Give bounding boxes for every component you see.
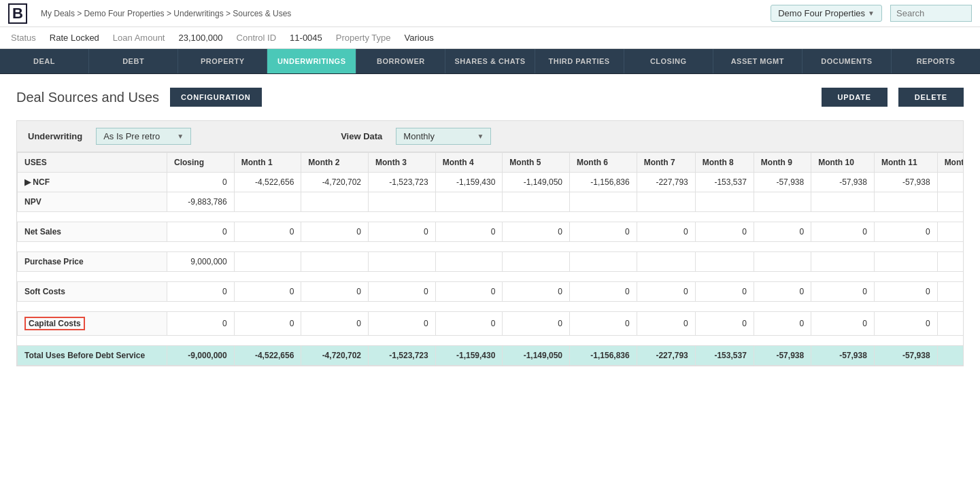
deal-selector-label: Demo Four Properties [778,8,865,18]
nav-tab-shares---chats[interactable]: SHARES & CHATS [445,49,535,73]
cell-value: 0 [695,222,754,242]
cell-value [435,192,503,212]
cell-value: 0 [234,282,301,302]
cell-value [754,252,811,272]
data-table-wrapper: USESClosingMonth 1Month 2Month 3Month 4M… [16,152,964,366]
cell-value: 0 [503,312,570,336]
nav-tab-borrower[interactable]: BORROWER [356,49,445,73]
underwriting-dropdown[interactable]: As Is Pre retro ▼ [96,128,191,145]
nav-tab-property[interactable]: PROPERTY [178,49,267,73]
cell-value: -1,159,430 [435,346,503,366]
month-header-11: Month 10 [811,153,875,173]
month-header-4: Month 3 [369,153,436,173]
uses-header: USES [18,153,167,173]
cell-value [503,192,570,212]
cell-value: 0 [937,222,964,242]
cell-value: -1,149,050 [503,173,570,192]
property-type-label: Property Type [336,33,391,43]
cell-value [874,192,937,212]
cell-value: -57,938 [754,346,811,366]
status-label: Status [11,33,36,43]
cell-value: -9,000,000 [167,346,235,366]
view-data-value: Monthly [403,131,435,141]
nav-tab-underwritings[interactable]: UNDERWRITINGS [267,49,356,73]
cell-value: -4,522,656 [234,173,301,192]
cell-value: -153,537 [695,346,754,366]
spacer-row [18,212,964,222]
cell-value: 9,000,000 [167,252,235,272]
spacer-row [18,242,964,252]
cell-value [637,252,695,272]
cell-value: -4,720,702 [301,346,369,366]
underwriting-value: As Is Pre retro [103,131,160,141]
cell-value [435,252,503,272]
cell-value: 0 [937,282,964,302]
table-row: Capital Costs000000000000000 [18,312,964,336]
header-actions: UPDATE DELETE [822,88,964,107]
configuration-button[interactable]: CONFIGURATION [170,88,261,107]
cell-value: -227,793 [637,346,695,366]
cell-value: -153,537 [695,173,754,192]
status-bar: Status Rate Locked Loan Amount 23,100,00… [0,27,980,49]
filter-row: Underwriting As Is Pre retro ▼ View Data… [16,120,964,152]
update-button[interactable]: UPDATE [822,88,888,107]
delete-button[interactable]: DELETE [898,88,964,107]
cell-value: 0 [234,222,301,242]
cell-value: 0 [435,282,503,302]
view-data-label: View Data [341,131,382,141]
top-bar: B My Deals > Demo Four Properties > Unde… [0,0,980,27]
nav-tab-documents[interactable]: DOCUMENTS [802,49,892,73]
cell-value: 0 [874,312,937,336]
cell-value: 0 [435,222,503,242]
month-header-5: Month 4 [435,153,503,173]
nav-tab-reports[interactable]: REPORTS [892,49,980,73]
cell-value [754,192,811,212]
cell-value: -1,156,836 [570,173,637,192]
cell-value: 0 [754,282,811,302]
cell-value: 0 [503,222,570,242]
month-header-1: Closing [167,153,235,173]
cell-value: -57,938 [874,173,937,192]
row-label: NPV [18,192,167,212]
loan-amount-value: 23,100,000 [178,33,222,43]
nav-tab-debt[interactable]: DEBT [89,49,178,73]
cell-value: 0 [301,282,369,302]
underwriting-filter-label: Underwriting [28,131,82,141]
cell-value: 0 [570,312,637,336]
nav-tab-closing[interactable]: CLOSING [624,49,713,73]
table-row: NPV-9,883,786 [18,192,964,212]
cell-value: 0 [369,312,436,336]
chevron-down-icon: ▼ [868,10,875,17]
cell-value [503,252,570,272]
spacer-row [18,336,964,346]
cell-value [695,192,754,212]
month-header-2: Month 1 [234,153,301,173]
view-data-dropdown[interactable]: Monthly ▼ [396,128,491,145]
cell-value: 0 [503,282,570,302]
cell-value: 0 [369,282,436,302]
cell-value [695,252,754,272]
cell-value [811,192,875,212]
nav-tab-asset-mgmt[interactable]: ASSET MGMT [713,49,802,73]
cell-value: 0 [637,222,695,242]
chevron-down-icon: ▼ [477,133,484,140]
search-input[interactable] [890,5,972,22]
cell-value: 0 [811,222,875,242]
deal-selector-dropdown[interactable]: Demo Four Properties ▼ [771,5,882,22]
table-row: Total Uses Before Debt Service-9,000,000… [18,346,964,366]
nav-tab-third-parties[interactable]: THIRD PARTIES [535,49,624,73]
cell-value: 0 [167,312,235,336]
row-label: ▶ NCF [18,173,167,192]
page-title: Deal Sources and Uses [16,90,159,105]
nav-tab-deal[interactable]: DEAL [0,49,89,73]
cell-value: -57,938 [811,173,875,192]
table-row: Net Sales000000000000000 [18,222,964,242]
cell-value: -1,149,050 [503,346,570,366]
spacer-row [18,302,964,312]
month-header-3: Month 2 [301,153,369,173]
total-label: Total Uses Before Debt Service [18,346,167,366]
cell-value [234,252,301,272]
cell-value [301,252,369,272]
table-row: ▶ NCF0-4,522,656-4,720,702-1,523,723-1,1… [18,173,964,192]
cell-value: 0 [167,282,235,302]
